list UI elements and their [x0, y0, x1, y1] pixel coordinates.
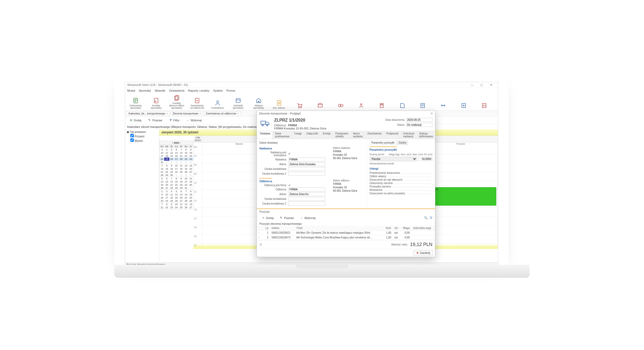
maximize-button[interactable]: ▢	[477, 83, 486, 87]
add-button[interactable]: ⊕Dodaj	[127, 118, 143, 123]
svg-point-14	[360, 104, 362, 105]
dialog-close-icon[interactable]: ✕	[431, 112, 433, 115]
svg-point-23	[262, 124, 263, 126]
menu-item[interactable]: System	[213, 89, 223, 92]
receiver-contact1-input[interactable]	[288, 197, 325, 201]
status-select[interactable]	[406, 123, 432, 127]
service-row: Potwierdzenie doręczenia	[370, 171, 432, 175]
svg-point-18	[441, 105, 442, 106]
close-button[interactable]: ✕Zamknij	[413, 250, 433, 256]
ribbon-documents[interactable]: Dokumenty sprzedaży	[128, 97, 144, 109]
sender-addr-input[interactable]	[288, 162, 325, 166]
ribbon-corrections[interactable]: Korekty sprzedaży	[148, 97, 164, 109]
tab-emisje[interactable]: Emisje	[321, 131, 333, 139]
run-button[interactable]: ›Wykonaj	[184, 118, 203, 123]
tab-dane[interactable]: Dane podstawowe	[273, 131, 292, 139]
close-icon[interactable]: ×	[237, 112, 239, 115]
pos-run-button[interactable]: ›Wykonaj	[298, 215, 317, 221]
svg-point-19	[444, 105, 445, 106]
ribbon-orders[interactable]: Zamówienia od odbiorców	[189, 97, 205, 109]
menu-item[interactable]: Słowniki	[155, 89, 165, 92]
sender-contact2-input[interactable]	[288, 172, 325, 176]
sender-name-input[interactable]	[288, 158, 325, 161]
right-tab-cechy[interactable]: Cechy	[397, 140, 408, 145]
tab-calendar[interactable]: Kalendarz zle…transportowego×	[127, 111, 170, 116]
ribbon-extra[interactable]	[394, 102, 410, 109]
service-row: Doręczenie do rąk własnych	[370, 178, 432, 181]
tab-statusy[interactable]: Statusy definiowane	[417, 131, 435, 139]
service-row: Odbiór własny	[370, 175, 432, 178]
edit-button[interactable]: ✎Popraw	[146, 118, 164, 123]
tab-awizo[interactable]: Awizo wydania	[351, 131, 365, 139]
menu-item[interactable]: Zestawienia	[169, 89, 185, 92]
tab-dostawa[interactable]: Dostawa	[258, 131, 272, 139]
ribbon-extra[interactable]	[333, 102, 349, 109]
menu-item[interactable]: Sprzedaż	[139, 89, 151, 92]
tree-root[interactable]: ▣ Typ przewozu	[127, 130, 157, 133]
service-row: Doręczenie na adres prywatny	[370, 192, 432, 195]
filter-tree: ▣ Typ przewozu Przywóz Wywóz	[125, 129, 159, 262]
ribbon-places[interactable]: Miejsca sprzedaży	[251, 97, 267, 109]
mini-calendar[interactable]: ‹ 2020 › PnWtŚrCzPtSoN 3456789 101112131…	[159, 135, 193, 262]
tab-podpaczki[interactable]: Podpaczki	[384, 131, 400, 139]
ribbon-extra[interactable]	[292, 102, 308, 109]
svg-point-24	[267, 124, 268, 126]
list-icon[interactable]: ☰	[430, 216, 432, 220]
ribbon-extra[interactable]	[312, 102, 328, 109]
ribbon-extra[interactable]	[415, 102, 431, 109]
minimize-button[interactable]: —	[467, 83, 477, 86]
pos-edit-button[interactable]: ✎Popraw	[278, 215, 296, 221]
ribbon-extra[interactable]	[435, 102, 451, 109]
tab-powiazane[interactable]: Powiązane obiekty	[333, 131, 350, 139]
weight-input[interactable]	[418, 157, 432, 161]
menu-item[interactable]: Pomoc	[227, 89, 236, 92]
close-icon[interactable]: ×	[200, 112, 201, 115]
tab-zalaczniki[interactable]: Załączniki	[304, 131, 320, 139]
menu-item[interactable]: Moduł	[127, 89, 135, 92]
tab-customer-orders[interactable]: Zamówienia od odbiorców×	[204, 111, 241, 116]
dialog-title: Zlecenie transportowe - Podgląd	[259, 112, 300, 115]
ribbon-catalogs[interactable]: Kartoteki sprzedaży	[230, 97, 246, 109]
ribbon-extra[interactable]	[476, 102, 492, 109]
svg-rect-11	[318, 105, 322, 107]
pos-add-button[interactable]: ⊕Dodaj	[259, 215, 275, 221]
window-title: Streamsoft Verto (118 - Streamsoft DEMO …	[127, 83, 188, 86]
close-button[interactable]: ✕	[486, 83, 496, 87]
app-window: Streamsoft Verto (118 - Streamsoft DEMO …	[125, 82, 498, 266]
time-labels: 060708091011121314151617	[193, 145, 202, 252]
right-tab-params[interactable]: Parametry przesyłki	[370, 140, 396, 145]
service-row: Przesyłka zwrotna	[370, 185, 432, 188]
menu-icon[interactable]: ☰	[259, 243, 262, 246]
tree-item[interactable]: Wywóz	[127, 138, 157, 142]
receiver-name-input[interactable]	[288, 187, 325, 191]
tab-instrukcje[interactable]: Instrukcje nadawcy	[401, 131, 416, 139]
menu-bar: Moduł Sprzedaż Słowniki Zestawienia Rapo…	[125, 88, 498, 93]
truck-icon	[259, 118, 270, 129]
table-row[interactable]: ▫25900116018973AA Technologia Wieku Cera…	[257, 235, 435, 240]
tab-transport-orders[interactable]: Zlecenia transportowe×	[171, 111, 203, 116]
close-icon[interactable]: ×	[166, 112, 168, 115]
document-date-input[interactable]	[406, 118, 432, 122]
ribbon-extra[interactable]	[353, 102, 369, 109]
ribbon-extra[interactable]	[456, 102, 472, 109]
tree-item[interactable]: Przywóz	[127, 134, 157, 138]
table-row[interactable]: ▫15900116020921AA Men 20+ Dynamic Żel do…	[257, 230, 435, 235]
positions-table: Lp Indeks Treść Ilość Jm Waga Jednostka …	[257, 226, 435, 240]
menu-item[interactable]: Raporty i analizy	[188, 89, 209, 92]
tab-zamowienia[interactable]: Zamówienia	[365, 131, 384, 139]
filter-button[interactable]: ⧩Filtry	[167, 118, 181, 123]
sender-contact1-input[interactable]	[288, 167, 325, 171]
receiver-addr-input[interactable]	[288, 192, 325, 196]
ribbon-contractors[interactable]: Kontrahenci	[210, 100, 226, 109]
pkg-type-select[interactable]: Paczka	[370, 157, 417, 161]
ribbon-extra[interactable]	[374, 102, 390, 109]
window-titlebar: Streamsoft Verto (118 - Streamsoft DEMO …	[125, 82, 498, 88]
svg-rect-22	[261, 121, 265, 124]
svg-point-9	[299, 107, 299, 108]
ribbon-bulk-corrections[interactable]: Korekty zbiorcze faktur sprzedaży	[169, 95, 185, 109]
search-icon[interactable]: 🔍	[424, 216, 428, 220]
ribbon-def[interactable]: Def. dokum.	[271, 100, 287, 109]
tab-uwagi[interactable]: Uwagi	[292, 131, 304, 139]
receiver-contact2-input[interactable]	[288, 202, 325, 206]
svg-rect-6	[236, 99, 240, 102]
